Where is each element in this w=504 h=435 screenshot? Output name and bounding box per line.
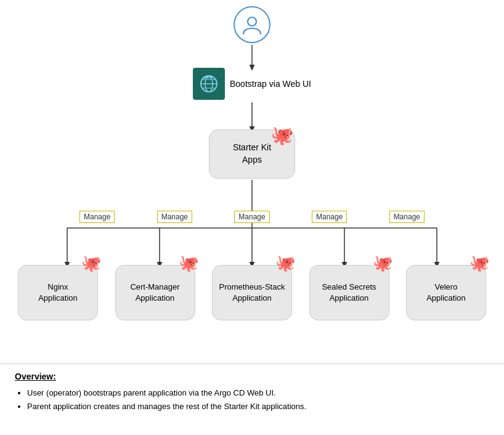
- velero-app-node: VeleroApplication: [406, 265, 486, 320]
- manage-labels-row: Manage Manage Manage Manage Manage: [79, 211, 425, 223]
- app-nodes-row: 🐙 NginxApplication 🐙 Cert-ManagerApplica…: [18, 265, 486, 320]
- octopus-starter-icon: 🐙: [270, 124, 293, 146]
- manage-badge-2: Manage: [157, 211, 192, 223]
- prometheus-app-node: Prometheus-StackApplication: [212, 265, 292, 320]
- webui-node: Bootstrap via Web UI: [193, 68, 311, 100]
- octopus-velero-icon: 🐙: [469, 254, 489, 273]
- manage-badge-5: Manage: [389, 211, 425, 223]
- overview-title: Overview:: [15, 372, 489, 381]
- nginx-label: NginxApplication: [38, 282, 78, 304]
- overview-list: User (operator) bootstraps parent applic…: [15, 386, 489, 413]
- octopus-prometheus-icon: 🐙: [275, 254, 295, 273]
- octopus-nginx-icon: 🐙: [81, 254, 101, 273]
- cert-manager-app-wrapper: 🐙 Cert-ManagerApplication: [115, 265, 195, 320]
- nginx-app-wrapper: 🐙 NginxApplication: [18, 265, 98, 320]
- velero-app-wrapper: 🐙 VeleroApplication: [406, 265, 486, 320]
- webui-icon: [193, 68, 225, 100]
- octopus-sealed-icon: 🐙: [373, 254, 392, 273]
- prometheus-label: Prometheus-StackApplication: [219, 282, 285, 304]
- user-icon: [234, 6, 270, 43]
- manage-badge-1: Manage: [79, 211, 115, 223]
- svg-rect-17: [209, 76, 212, 78]
- octopus-cert-icon: 🐙: [179, 254, 198, 273]
- cert-manager-label: Cert-ManagerApplication: [130, 282, 179, 304]
- starter-kit-label: Starter KitApps: [233, 142, 271, 166]
- diagram-area: Bootstrap via Web UI Starter KitApps 🐙 M…: [0, 0, 504, 364]
- sealed-secrets-app-wrapper: 🐙 Sealed SecretsApplication: [309, 265, 389, 320]
- svg-rect-15: [203, 76, 206, 78]
- svg-rect-16: [206, 76, 209, 78]
- user-node: [230, 6, 274, 43]
- cert-manager-app-node: Cert-ManagerApplication: [115, 265, 195, 320]
- prometheus-app-wrapper: 🐙 Prometheus-StackApplication: [212, 265, 292, 320]
- webui-label: Bootstrap via Web UI: [230, 79, 311, 89]
- manage-badge-4: Manage: [312, 211, 347, 223]
- overview-item-2: Parent application creates and manages t…: [27, 400, 489, 413]
- manage-badge-3: Manage: [234, 211, 269, 223]
- sealed-secrets-app-node: Sealed SecretsApplication: [309, 265, 389, 320]
- nginx-app-node: NginxApplication: [18, 265, 98, 320]
- overview-item-1: User (operator) bootstraps parent applic…: [27, 386, 489, 400]
- svg-point-9: [248, 17, 256, 26]
- overview-section: Overview: User (operator) bootstraps par…: [0, 364, 504, 421]
- velero-label: VeleroApplication: [426, 282, 466, 304]
- sealed-secrets-label: Sealed SecretsApplication: [322, 282, 376, 304]
